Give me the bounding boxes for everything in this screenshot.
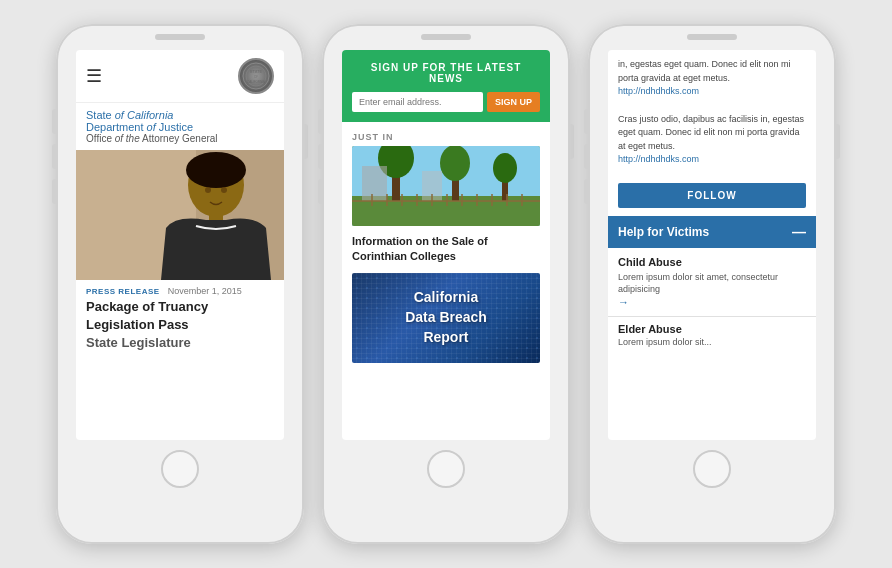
elder-abuse-text: Lorem ipsum dolor sit... bbox=[618, 337, 806, 347]
hero-image-bg bbox=[76, 150, 284, 280]
phone-3-side-btn-left1 bbox=[584, 109, 588, 134]
phone-1-header: ☰ STATE OF CALIFORNIA bbox=[76, 50, 284, 103]
title-line-1: State of California bbox=[86, 109, 274, 121]
just-in-label: Just In bbox=[342, 122, 550, 146]
svg-point-5 bbox=[251, 71, 261, 81]
phone-1-side-btn-left1 bbox=[52, 109, 56, 134]
section-collapse-icon[interactable]: — bbox=[792, 224, 806, 240]
data-breach-card[interactable]: CaliforniaData BreachReport bbox=[352, 273, 540, 363]
email-input[interactable] bbox=[352, 92, 483, 112]
phones-container: ☰ STATE OF CALIFORNIA State of Californi… bbox=[36, 4, 856, 564]
help-for-victims-section: Help for Victims — Child Abuse Lorem ips… bbox=[608, 216, 816, 353]
svg-point-20 bbox=[493, 153, 517, 183]
phone-2-home-button[interactable] bbox=[427, 450, 465, 488]
title-line-3: Office of the Attorney General bbox=[86, 133, 274, 144]
phone-2-side-btn-left3 bbox=[318, 179, 322, 204]
elder-abuse-title: Elder Abuse bbox=[618, 323, 806, 335]
phone-1-home-button[interactable] bbox=[161, 450, 199, 488]
phone-2-side-btn-right bbox=[570, 124, 574, 159]
elder-abuse-item[interactable]: Elder Abuse Lorem ipsum dolor sit... bbox=[608, 317, 816, 353]
follow-button[interactable]: Follow bbox=[618, 183, 806, 208]
phone-2-side-btn-left1 bbox=[318, 109, 322, 134]
press-release-date: November 1, 2015 bbox=[168, 286, 242, 296]
svg-point-9 bbox=[186, 152, 246, 188]
article-title[interactable]: Package of TruancyLegislation PassState … bbox=[76, 298, 284, 353]
phone-3-home-button[interactable] bbox=[693, 450, 731, 488]
hero-image bbox=[76, 150, 284, 280]
phone-1-side-btn-left3 bbox=[52, 179, 56, 204]
phone-3-side-btn-left2 bbox=[584, 144, 588, 169]
phone-2-screen: Sign Up for the Latest News Sign Up Just… bbox=[342, 50, 550, 440]
link-1[interactable]: http://ndhdhdks.com bbox=[618, 86, 699, 96]
phone-1: ☰ STATE OF CALIFORNIA State of Californi… bbox=[56, 24, 304, 544]
hamburger-icon[interactable]: ☰ bbox=[86, 65, 102, 87]
child-abuse-item[interactable]: Child Abuse Lorem ipsum dolor sit amet, … bbox=[608, 248, 816, 317]
signup-row: Sign Up bbox=[352, 92, 540, 112]
svg-point-11 bbox=[205, 187, 211, 193]
section-title: Help for Victims bbox=[618, 225, 709, 239]
article-title-text: Package of TruancyLegislation PassState … bbox=[86, 299, 208, 350]
child-abuse-text: Lorem ipsum dolor sit amet, consectetur … bbox=[618, 271, 806, 296]
phone-3: in, egestas eget quam. Donec id elit non… bbox=[588, 24, 836, 544]
article-1-image bbox=[352, 146, 540, 226]
phone-1-side-btn-right bbox=[304, 124, 308, 159]
body-text-2: Cras justo odio, dapibus ac facilisis in… bbox=[618, 114, 804, 151]
signup-title: Sign Up for the Latest News bbox=[352, 62, 540, 84]
press-release-badge: Press Release bbox=[86, 287, 160, 296]
person-illustration bbox=[76, 150, 284, 280]
phone-2-side-btn-left2 bbox=[318, 144, 322, 169]
phone-3-side-btn-right bbox=[836, 124, 840, 159]
title-line-2: Department of Justice bbox=[86, 121, 274, 133]
signup-banner: Sign Up for the Latest News Sign Up bbox=[342, 50, 550, 122]
body-text-block-1: in, egestas eget quam. Donec id elit non… bbox=[608, 50, 816, 107]
child-abuse-arrow[interactable]: → bbox=[618, 296, 806, 308]
data-breach-title: CaliforniaData BreachReport bbox=[405, 288, 487, 347]
phone-1-speaker bbox=[155, 34, 205, 40]
svg-point-18 bbox=[440, 146, 470, 181]
phone-1-side-btn-left2 bbox=[52, 144, 56, 169]
article-1-title-text: Information on the Sale ofCorinthian Col… bbox=[352, 235, 488, 262]
signup-button[interactable]: Sign Up bbox=[487, 92, 540, 112]
child-abuse-title: Child Abuse bbox=[618, 256, 806, 268]
svg-rect-21 bbox=[362, 166, 387, 201]
phone-3-side-btn-left3 bbox=[584, 179, 588, 204]
svg-point-12 bbox=[221, 187, 227, 193]
phone-3-screen: in, egestas eget quam. Donec id elit non… bbox=[608, 50, 816, 440]
body-text-block-2: Cras justo odio, dapibus ac facilisis in… bbox=[608, 107, 816, 175]
link-2[interactable]: http://ndhdhdks.com bbox=[618, 154, 699, 164]
phone-2: Sign Up for the Latest News Sign Up Just… bbox=[322, 24, 570, 544]
body-text-1: in, egestas eget quam. Donec id elit non… bbox=[618, 59, 791, 83]
site-title-block: State of California Department of Justic… bbox=[76, 103, 284, 150]
article-1-title[interactable]: Information on the Sale ofCorinthian Col… bbox=[342, 226, 550, 269]
california-seal: STATE OF CALIFORNIA bbox=[238, 58, 274, 94]
phone-1-screen: ☰ STATE OF CALIFORNIA State of Californi… bbox=[76, 50, 284, 440]
phone-3-speaker bbox=[687, 34, 737, 40]
section-header[interactable]: Help for Victims — bbox=[608, 216, 816, 248]
press-release-row: Press Release November 1, 2015 bbox=[76, 280, 284, 298]
phone-2-speaker bbox=[421, 34, 471, 40]
